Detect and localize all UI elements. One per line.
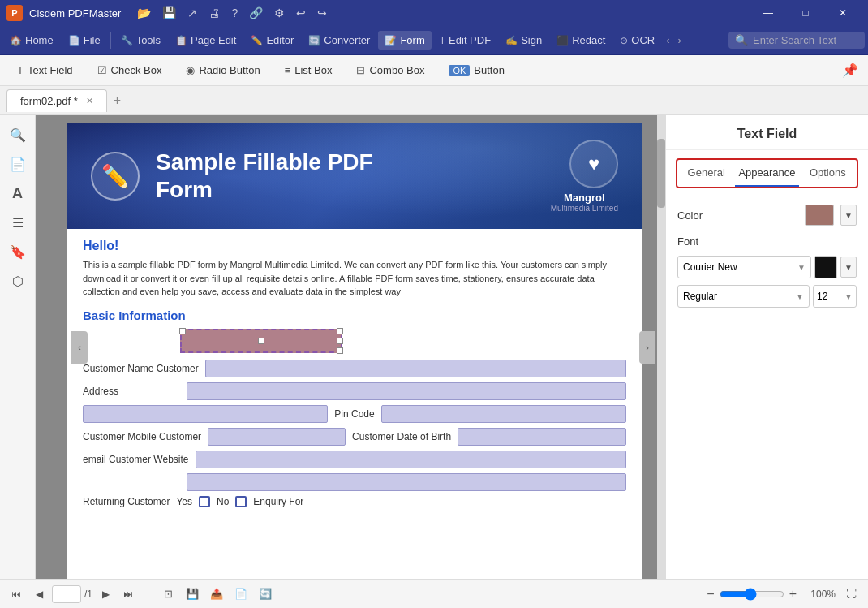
text-field-button[interactable]: T Text Field: [6, 60, 84, 80]
resize-handle-mm[interactable]: [258, 338, 264, 344]
menu-edit-pdf[interactable]: T Edit PDF: [433, 31, 497, 50]
font-size-select[interactable]: 12 ▼: [813, 285, 857, 308]
address2-field[interactable]: [83, 405, 328, 423]
ocr-icon: ⊙: [620, 35, 628, 46]
nav-prev-button[interactable]: ◀: [29, 584, 49, 604]
nav-next-button[interactable]: ▶: [96, 584, 115, 604]
mobile-field[interactable]: [208, 428, 346, 446]
panel-tab-appearance[interactable]: Appearance: [735, 160, 798, 187]
email-label: email Customer Website: [83, 454, 189, 465]
address-field[interactable]: [187, 382, 626, 400]
menu-file[interactable]: 📄 File: [62, 31, 107, 50]
form-row-customer-name: Customer Name Customer: [83, 360, 626, 377]
pdf-scrollbar-thumb[interactable]: [657, 139, 665, 209]
yes-checkbox[interactable]: [199, 496, 210, 507]
bottom-bar: ⏮ ◀ 1 /1 ▶ ⏭ ⊡ 💾 📤 📄 🔄 − + 100% ⛶: [0, 579, 868, 608]
resize-handle-tr[interactable]: [337, 328, 343, 334]
close-button[interactable]: ✕: [824, 0, 862, 26]
font-color-swatch[interactable]: [814, 256, 837, 278]
redo-icon[interactable]: ↪: [314, 5, 330, 21]
no-checkbox[interactable]: [235, 496, 247, 507]
extra-field[interactable]: [187, 473, 626, 491]
font-family-select[interactable]: Courier New ▼: [677, 256, 811, 278]
font-style-select[interactable]: Regular ▼: [677, 285, 810, 308]
search-input[interactable]: [753, 34, 858, 46]
help-icon[interactable]: ?: [228, 5, 241, 21]
menu-converter[interactable]: 🔄 Converter: [302, 31, 376, 50]
pdf-nav-right-arrow[interactable]: ›: [639, 331, 655, 364]
resize-handle-tl[interactable]: [179, 328, 186, 334]
settings-icon[interactable]: ⚙: [271, 5, 288, 21]
pdf-scrollbar[interactable]: [657, 115, 665, 579]
dob-field[interactable]: [458, 428, 626, 446]
radio-button-button[interactable]: ◉ Radio Button: [175, 60, 270, 80]
save-bottom-icon[interactable]: 💾: [182, 584, 203, 605]
check-box-icon: ☑: [97, 64, 107, 76]
nav-first-button[interactable]: ⏮: [6, 584, 26, 604]
panel-tab-options[interactable]: Options: [799, 160, 857, 187]
maximize-button[interactable]: □: [787, 0, 824, 26]
customer-name-field[interactable]: [205, 360, 626, 377]
menu-editor[interactable]: ✏️ Editor: [244, 31, 300, 50]
sidebar-pages[interactable]: 📄: [5, 151, 31, 177]
sidebar-text[interactable]: A: [5, 180, 31, 206]
menu-ocr[interactable]: ⊙ OCR: [613, 31, 661, 50]
menu-page-edit[interactable]: 📋 Page Edit: [169, 31, 243, 50]
tab-form02[interactable]: form02.pdf * ✕: [6, 89, 107, 112]
tab-close-icon[interactable]: ✕: [86, 96, 93, 106]
open-icon[interactable]: 📂: [134, 5, 154, 21]
extract-icon[interactable]: 📤: [206, 584, 227, 605]
menu-home[interactable]: 🏠 Home: [3, 31, 60, 50]
window-controls: — □ ✕: [750, 0, 862, 26]
button-button[interactable]: OK Button: [438, 60, 515, 80]
zoom-out-button[interactable]: −: [707, 587, 714, 602]
resize-handle-mr[interactable]: [337, 338, 343, 344]
font-section: Font Courier New ▼ ▼ Regular ▼: [677, 235, 857, 308]
check-box-button[interactable]: ☑ Check Box: [87, 60, 173, 80]
nav-last-button[interactable]: ⏭: [118, 584, 138, 604]
sidebar-stamp[interactable]: ⬡: [5, 268, 31, 294]
undo-icon[interactable]: ↩: [293, 5, 309, 21]
nav-back-icon[interactable]: ‹: [666, 34, 669, 46]
panel-tab-general[interactable]: General: [677, 160, 735, 187]
pin-button[interactable]: 📌: [839, 59, 862, 81]
pdf-nav-left-arrow[interactable]: ‹: [71, 331, 88, 364]
link-icon[interactable]: 🔗: [246, 5, 266, 21]
search-box[interactable]: 🔍: [728, 32, 865, 49]
share-icon[interactable]: ↗: [184, 5, 200, 21]
sidebar-bookmark[interactable]: 🔖: [5, 239, 31, 265]
zoom-slider[interactable]: [720, 588, 784, 601]
pdf-brand: ♥ Mangrol Multimedia Limited: [551, 140, 618, 213]
sidebar-list[interactable]: ☰: [5, 209, 31, 235]
pincode-field[interactable]: [381, 405, 626, 423]
menu-redact[interactable]: ⬛ Redact: [550, 31, 612, 50]
font-color-dropdown-arrow[interactable]: ▼: [840, 257, 857, 278]
selected-field[interactable]: [180, 329, 342, 353]
main-layout: 🔍 📄 A ☰ 🔖 ⬡ ‹ ✏️ Sample Fillable: [0, 115, 868, 579]
save-icon[interactable]: 💾: [159, 5, 179, 21]
fit-page-icon[interactable]: ⊡: [157, 584, 178, 605]
color-dropdown-arrow[interactable]: ▼: [840, 205, 857, 226]
list-box-button[interactable]: ≡ List Box: [274, 60, 343, 80]
tab-form02-label: form02.pdf *: [20, 95, 78, 107]
resize-handle-br[interactable]: [337, 347, 343, 354]
email-field[interactable]: [196, 451, 627, 468]
menu-form[interactable]: 📝 Form: [378, 31, 431, 50]
sidebar-search[interactable]: 🔍: [5, 122, 31, 148]
tab-add-button[interactable]: +: [107, 90, 127, 111]
zoom-in-button[interactable]: +: [789, 587, 797, 602]
page-number-input[interactable]: 1: [52, 585, 81, 603]
pdf-page: ✏️ Sample Fillable PDF Form ♥ Mangrol: [67, 123, 642, 579]
menu-sign[interactable]: ✍️ Sign: [499, 31, 548, 50]
menu-tools[interactable]: 🔧 Tools: [114, 31, 167, 50]
minimize-button[interactable]: —: [750, 0, 787, 26]
app-title: Cisdem PDFMaster: [29, 7, 121, 19]
combo-box-button[interactable]: ⊟ Combo Box: [346, 60, 435, 80]
rotate-icon[interactable]: 🔄: [255, 584, 276, 605]
nav-forward-icon[interactable]: ›: [678, 34, 681, 46]
menubar: 🏠 Home 📄 File 🔧 Tools 📋 Page Edit ✏️ Edi…: [0, 26, 868, 55]
print-icon[interactable]: 🖨: [205, 5, 223, 21]
fullscreen-icon[interactable]: ⛶: [840, 584, 862, 605]
view-mode-icon[interactable]: 📄: [230, 584, 251, 605]
color-swatch[interactable]: [805, 205, 834, 226]
